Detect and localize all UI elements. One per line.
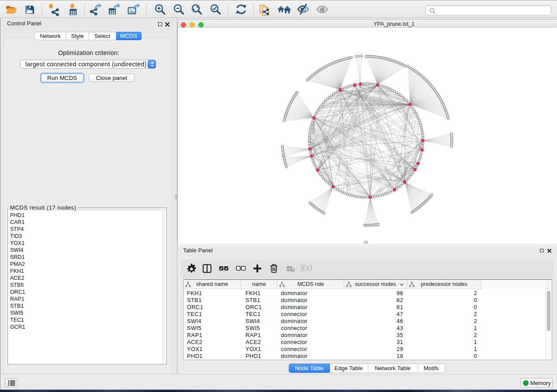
svg-text:f(x): f(x) [301, 263, 312, 272]
